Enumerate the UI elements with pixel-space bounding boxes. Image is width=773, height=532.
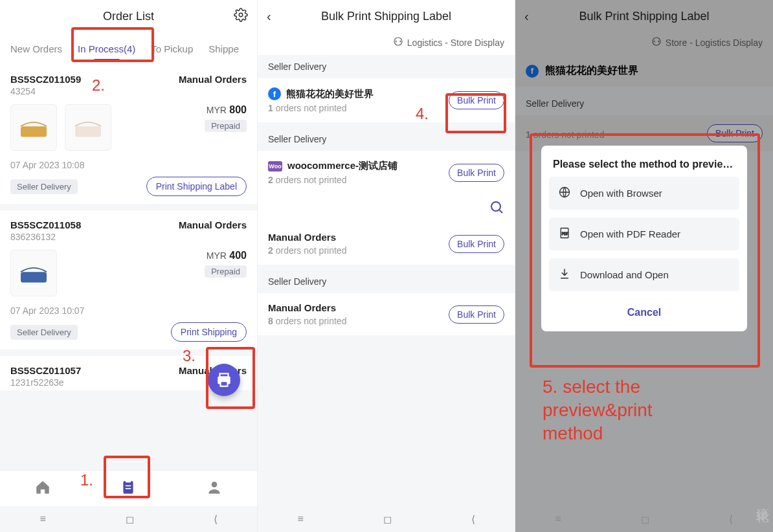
recent-apps-icon[interactable]: ≡ <box>297 513 303 525</box>
print-shipping-label-button[interactable]: Print Shipping Label <box>146 177 247 196</box>
svg-rect-8 <box>126 480 131 482</box>
tab-shipped[interactable]: Shippe <box>201 43 247 54</box>
order-card[interactable]: BS5SCZ011058 Manual Orders 836236132 MYR… <box>0 210 257 349</box>
pdf-icon: PDF <box>558 227 571 241</box>
appbar: Order List <box>0 0 257 32</box>
android-navbar: ≡ ◻ ⟨ <box>515 506 773 532</box>
bulk-print-button[interactable]: Bulk Print <box>449 305 504 324</box>
product-thumb <box>10 104 57 151</box>
currency: MYR <box>207 250 227 261</box>
home-button-icon[interactable]: ◻ <box>126 513 134 526</box>
order-tabs: New Orders In Process(4) To Pickup Shipp… <box>0 32 257 65</box>
orders-icon[interactable] <box>120 479 137 498</box>
globe-icon <box>558 186 571 201</box>
bulk-print-button[interactable]: Bulk Print <box>449 235 504 253</box>
order-ref: 836236132 <box>10 232 247 242</box>
shop-row: Manual Orders 2 orders not printed Bulk … <box>258 223 515 265</box>
recent-apps-icon[interactable]: ≡ <box>555 513 561 525</box>
home-icon[interactable] <box>34 479 51 498</box>
back-button-icon[interactable]: ⟨ <box>471 513 475 526</box>
woocommerce-icon: Woo <box>268 161 282 172</box>
svg-point-11 <box>211 482 217 487</box>
bulk-print-button[interactable]: Bulk Print <box>449 164 504 182</box>
svg-rect-10 <box>126 488 131 489</box>
amount: 400 <box>229 250 247 261</box>
order-card[interactable]: BS5SCZ011059 Manual Orders 43254 MYR 800… <box>0 65 257 204</box>
gear-icon[interactable] <box>234 8 248 25</box>
tab-in-process[interactable]: In Process(4) <box>70 43 143 54</box>
download-icon <box>558 267 571 282</box>
svg-rect-2 <box>75 126 101 137</box>
page-title: Bulk Print Shipping Label <box>321 10 451 23</box>
option-open-browser[interactable]: Open with Browser <box>549 177 739 210</box>
screen-bulk-print: ‹ Bulk Print Shipping Label Logistics - … <box>258 0 515 532</box>
currency: MYR <box>207 105 227 115</box>
dialog-title: Please select the method to preview & … <box>549 156 739 177</box>
display-toggle[interactable]: Logistics - Store Display <box>407 38 504 48</box>
section-heading: Seller Delivery <box>258 127 515 151</box>
screen-order-list: Order List New Orders In Process(4) To P… <box>0 0 258 532</box>
bulk-print-fab[interactable] <box>208 364 240 396</box>
order-ref: 43254 <box>10 86 247 96</box>
screen-bulk-print-dialog: ‹ Bulk Print Shipping Label Store - Logi… <box>515 0 773 532</box>
order-time: 07 Apr 2023 10:08 <box>10 160 247 170</box>
cancel-button[interactable]: Cancel <box>549 299 739 321</box>
home-button-icon[interactable]: ◻ <box>383 513 392 526</box>
bulk-print-button[interactable]: Bulk Print <box>449 91 504 109</box>
svg-point-13 <box>491 202 500 211</box>
back-button-icon[interactable]: ⟨ <box>214 513 218 526</box>
product-thumb <box>65 104 111 151</box>
back-button-icon[interactable]: ⟨ <box>729 513 733 526</box>
shop-row: Manual Orders 8 orders not printed Bulk … <box>258 293 515 335</box>
svg-rect-1 <box>21 126 47 137</box>
product-thumb <box>10 250 57 296</box>
svg-point-0 <box>239 13 243 17</box>
shop-name: 熊猫花花的美好世界 <box>286 88 374 100</box>
print-shipping-label-button[interactable]: Print Shipping <box>171 322 247 342</box>
swap-icon[interactable] <box>393 36 403 49</box>
tab-to-pickup[interactable]: To Pickup <box>143 43 201 54</box>
status-badge: Prepaid <box>205 120 247 132</box>
home-button-icon[interactable]: ◻ <box>641 513 649 526</box>
option-download-open[interactable]: Download and Open <box>549 258 739 291</box>
order-id: BS5SCZ011059 <box>10 74 81 85</box>
section-heading: Seller Delivery <box>258 55 515 78</box>
search-icon[interactable] <box>489 199 504 217</box>
page-title: Order List <box>103 10 154 23</box>
shop-row: Woowoocommerce-测试店铺 2 orders not printed… <box>258 151 515 194</box>
preview-method-dialog: Please select the method to preview & … … <box>541 146 747 331</box>
recent-apps-icon[interactable]: ≡ <box>39 513 45 525</box>
shop-row: f熊猫花花的美好世界 1 orders not printed Bulk Pri… <box>258 78 515 122</box>
order-type: Manual Orders <box>179 219 247 230</box>
section-heading: Seller Delivery <box>258 270 515 293</box>
amount: 800 <box>229 104 247 115</box>
svg-rect-3 <box>21 272 47 282</box>
svg-text:PDF: PDF <box>562 232 568 236</box>
shop-name: woocommerce-测试店铺 <box>287 160 398 172</box>
tab-new-orders[interactable]: New Orders <box>3 43 70 54</box>
svg-rect-9 <box>126 485 131 486</box>
android-navbar: ≡ ◻ ⟨ <box>258 506 515 532</box>
profile-icon[interactable] <box>206 479 223 498</box>
back-icon[interactable]: ‹ <box>267 9 271 24</box>
android-navbar: ≡ ◻ ⟨ <box>0 506 257 532</box>
watermark: 滚轮 <box>754 497 772 502</box>
bottom-nav <box>0 470 257 506</box>
shop-name: Manual Orders <box>268 302 336 313</box>
delivery-chip: Seller Delivery <box>10 179 78 194</box>
svg-rect-7 <box>124 481 133 494</box>
option-open-pdf[interactable]: PDF Open with PDF Reader <box>549 217 739 250</box>
facebook-icon: f <box>268 87 281 100</box>
svg-rect-6 <box>221 381 228 386</box>
order-id: BS5SCZ011057 <box>10 365 81 376</box>
delivery-chip: Seller Delivery <box>10 325 78 340</box>
shop-name: Manual Orders <box>268 232 336 243</box>
appbar: ‹ Bulk Print Shipping Label <box>258 0 515 32</box>
order-time: 07 Apr 2023 10:07 <box>10 305 247 316</box>
status-badge: Prepaid <box>205 265 247 278</box>
order-type: Manual Orders <box>179 74 247 85</box>
order-id: BS5SCZ011058 <box>10 219 81 230</box>
